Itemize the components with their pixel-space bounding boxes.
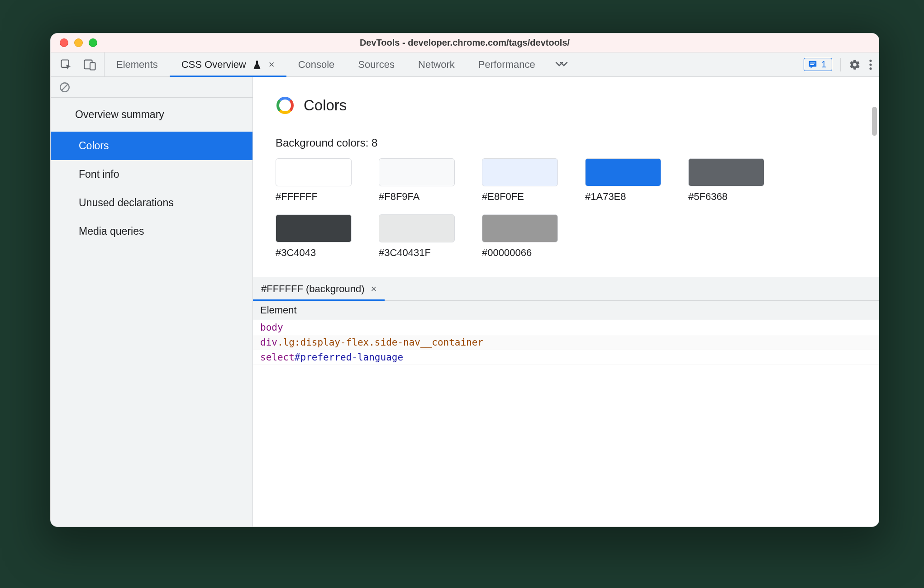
tab-performance[interactable]: Performance [467, 52, 547, 76]
colors-ring-icon [276, 96, 295, 115]
svg-line-9 [62, 84, 68, 90]
swatch-chip [379, 214, 455, 242]
section-header: Colors [253, 77, 879, 121]
svg-rect-4 [810, 64, 814, 65]
inspect-element-icon[interactable] [60, 58, 72, 71]
device-toolbar-icon[interactable] [83, 58, 97, 71]
window-title: DevTools - developer.chrome.com/tags/dev… [51, 38, 879, 48]
issues-icon [808, 60, 818, 70]
maximize-window-button[interactable] [89, 38, 97, 47]
color-swatch[interactable]: #1A73E8 [585, 158, 661, 203]
details-panel: #FFFFFF (background) × Element bodydiv.l… [253, 277, 879, 365]
swatch-chip [276, 158, 352, 186]
color-swatch[interactable]: #5F6368 [688, 158, 764, 203]
tab-label: Sources [358, 59, 395, 71]
tab-console[interactable]: Console [286, 52, 347, 76]
color-swatch[interactable]: #E8F0FE [482, 158, 558, 203]
swatch-label: #3C40431F [379, 247, 455, 259]
swatch-label: #E8F0FE [482, 191, 558, 203]
minimize-window-button[interactable] [74, 38, 83, 47]
swatch-label: #1A73E8 [585, 191, 661, 203]
close-window-button[interactable] [60, 38, 68, 47]
color-swatch[interactable]: #FFFFFF [276, 158, 352, 203]
tab-network[interactable]: Network [406, 52, 467, 76]
swatch-label: #5F6368 [688, 191, 764, 203]
sidebar-item[interactable]: Font info [51, 160, 252, 189]
svg-point-5 [869, 59, 872, 62]
more-tabs-icon[interactable] [547, 52, 576, 76]
clear-overview-icon[interactable] [59, 81, 71, 93]
swatch-label: #FFFFFF [276, 191, 352, 203]
color-swatch[interactable]: #3C40431F [379, 214, 455, 259]
panel-tabs: Elements CSS Overview × Console Sources [105, 52, 547, 76]
devtools-window: DevTools - developer.chrome.com/tags/dev… [50, 33, 879, 527]
swatch-label: #F8F9FA [379, 191, 455, 203]
sidebar-item[interactable]: Unused declarations [51, 189, 252, 217]
swatch-chip [688, 158, 764, 186]
swatch-chip [585, 158, 661, 186]
swatch-chip [276, 214, 352, 242]
tab-label: CSS Overview [181, 59, 246, 71]
sidebar: Overview summary ColorsFont infoUnused d… [51, 77, 253, 526]
kebab-menu-icon[interactable] [869, 59, 872, 71]
tab-css-overview[interactable]: CSS Overview × [170, 52, 286, 76]
separator [840, 58, 841, 71]
section-title: Colors [304, 97, 347, 114]
swatch-label: #3C4043 [276, 247, 352, 259]
swatch-chip [482, 158, 558, 186]
element-row[interactable]: body [253, 320, 879, 335]
main-tabbar: Elements CSS Overview × Console Sources [51, 52, 879, 77]
sidebar-nav: Overview summary ColorsFont infoUnused d… [51, 98, 252, 246]
sidebar-item[interactable]: Media queries [51, 217, 252, 246]
svg-point-7 [869, 67, 872, 70]
details-tab-label: #FFFFFF (background) [261, 283, 365, 295]
main-panel: Colors Background colors: 8 #FFFFFF#F8F9… [253, 77, 879, 526]
color-swatch[interactable]: #F8F9FA [379, 158, 455, 203]
sidebar-toolbar [51, 77, 252, 98]
element-row[interactable]: select#preferred-language [253, 350, 879, 365]
sidebar-item[interactable]: Colors [51, 132, 252, 160]
svg-rect-2 [90, 62, 95, 70]
titlebar: DevTools - developer.chrome.com/tags/dev… [51, 33, 879, 52]
tab-sources[interactable]: Sources [346, 52, 406, 76]
swatch-grid: #FFFFFF#F8F9FA#E8F0FE#1A73E8#5F6368#3C40… [276, 158, 810, 259]
close-tab-icon[interactable]: × [269, 59, 275, 71]
color-swatch[interactable]: #3C4043 [276, 214, 352, 259]
tab-label: Network [418, 59, 455, 71]
scrollbar-thumb[interactable] [872, 107, 877, 136]
details-table-rows: bodydiv.lg:display-flex.side-nav__contai… [253, 320, 879, 365]
close-details-tab-icon[interactable]: × [371, 283, 377, 295]
details-tabbar: #FFFFFF (background) × [253, 277, 879, 301]
background-colors-heading: Background colors: 8 [276, 137, 856, 149]
tab-elements[interactable]: Elements [105, 52, 170, 76]
element-row[interactable]: div.lg:display-flex.side-nav__container [253, 335, 879, 350]
swatch-chip [482, 214, 558, 242]
swatch-label: #00000066 [482, 247, 558, 259]
issues-count: 1 [821, 59, 826, 70]
gear-icon[interactable] [849, 59, 861, 71]
tab-label: Elements [116, 59, 158, 71]
svg-rect-3 [810, 62, 815, 63]
sidebar-heading-overview[interactable]: Overview summary [51, 98, 252, 132]
swatch-chip [379, 158, 455, 186]
tab-label: Console [298, 59, 335, 71]
details-table-header: Element [253, 301, 879, 320]
svg-point-6 [869, 63, 872, 66]
color-swatch[interactable]: #00000066 [482, 214, 558, 259]
window-controls [60, 38, 97, 47]
flask-icon [252, 60, 262, 70]
tab-label: Performance [478, 59, 535, 71]
details-tab-selected-color[interactable]: #FFFFFF (background) × [253, 277, 385, 300]
issues-button[interactable]: 1 [804, 58, 832, 71]
